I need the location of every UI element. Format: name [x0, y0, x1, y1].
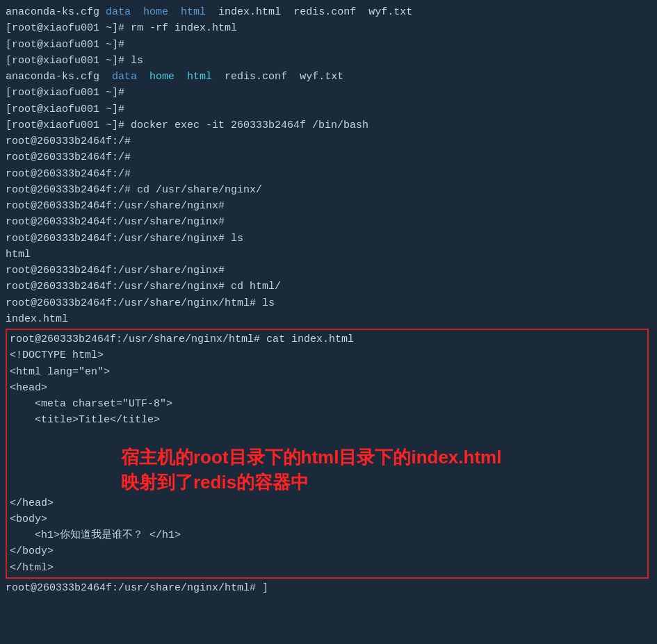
terminal-line: root@260333b2464f:/usr/share/nginx# — [6, 198, 651, 214]
text-sp — [137, 71, 149, 83]
terminal-line: root@260333b2464f:/usr/share/nginx# cd h… — [6, 279, 651, 295]
text-rest2: redis.conf wyf.txt — [212, 71, 343, 83]
box-line-html: <html lang="en"> — [10, 364, 644, 380]
box-line-body: <body> — [10, 511, 644, 527]
box-line-h1: <h1>你知道我是谁不？ </h1> — [10, 527, 644, 543]
terminal-line: root@260333b2464f:/# — [6, 133, 651, 149]
box-line-headclose: </head> — [10, 495, 644, 511]
text-anaconda2: anaconda-ks.cfg — [6, 71, 112, 83]
terminal-line: [root@xiaofu001 ~]# — [6, 85, 651, 101]
terminal-line: index.html — [6, 311, 651, 327]
terminal-line: root@260333b2464f:/usr/share/nginx# ls — [6, 231, 651, 247]
annotation-text: 宿主机的root目录下的html目录下的index.html 映射到了redis… — [121, 445, 644, 495]
terminal-line: [root@xiaofu001 ~]# ls — [6, 53, 651, 69]
terminal-line: root@260333b2464f:/usr/share/nginx/html#… — [6, 295, 651, 311]
terminal-line: root@260333b2464f:/# cd /usr/share/nginx… — [6, 182, 651, 198]
text-home2: home — [149, 71, 175, 83]
terminal-line: [root@xiaofu001 ~]# rm -rf index.html — [6, 20, 651, 36]
text-sp2 — [175, 71, 187, 83]
text-html2: html — [187, 71, 212, 83]
terminal: anaconda-ks.cfg data home html index.htm… — [0, 0, 657, 600]
box-line-bodyclose: </body> — [10, 543, 644, 559]
text-gap — [131, 6, 143, 18]
box-line-htmlclose: </html> — [10, 560, 644, 576]
terminal-line: [root@xiaofu001 ~]# — [6, 37, 651, 53]
box-line-meta: <meta charset="UTF-8"> — [10, 396, 644, 412]
terminal-last-line: root@260333b2464f:/usr/share/nginx/html#… — [6, 580, 651, 596]
box-line-head: <head> — [10, 380, 644, 396]
text-gap2 — [168, 6, 181, 18]
terminal-line: root@260333b2464f:/usr/share/nginx# — [6, 263, 651, 279]
box-line-doctype: <!DOCTYPE html> — [10, 347, 644, 363]
terminal-line: root@260333b2464f:/usr/share/nginx# — [6, 214, 651, 230]
text-data: data — [106, 6, 131, 18]
text-html-link: html — [181, 6, 206, 18]
terminal-line: root@260333b2464f:/# — [6, 166, 651, 182]
box-line-cat: root@260333b2464f:/usr/share/nginx/html#… — [10, 331, 644, 347]
text-data2: data — [112, 71, 137, 83]
box-line-title: <title>Title</title> — [10, 412, 644, 428]
text-anaconda: anaconda-ks.cfg — [6, 6, 106, 18]
terminal-line: anaconda-ks.cfg data home html index.htm… — [6, 4, 651, 20]
terminal-line: root@260333b2464f:/# — [6, 149, 651, 165]
terminal-line: anaconda-ks.cfg data home html redis.con… — [6, 69, 651, 85]
box-line-empty — [10, 429, 644, 445]
terminal-line: html — [6, 247, 651, 263]
terminal-line: [root@xiaofu001 ~]# — [6, 101, 651, 117]
terminal-line: [root@xiaofu001 ~]# docker exec -it 2603… — [6, 117, 651, 133]
text-rest: index.html redis.conf wyf.txt — [206, 6, 412, 18]
text-home-link: home — [143, 6, 168, 18]
highlighted-content-box: root@260333b2464f:/usr/share/nginx/html#… — [6, 329, 649, 579]
